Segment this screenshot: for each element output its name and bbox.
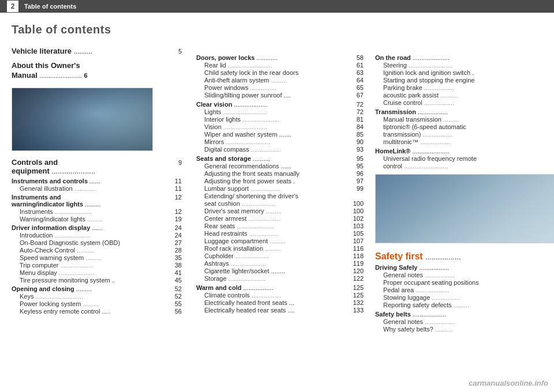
list-item: Center armrest .................. 102 [204,215,364,222]
page-ref: 56 [175,308,182,315]
page-ref: 120 [353,267,364,274]
list-item: Lumbar support ................. 99 [204,185,364,192]
page-ref: 45 [175,277,182,284]
list-item: Universal radio frequency remote [383,155,554,162]
page-ref: 102 [353,215,364,222]
page-ref: 11 [175,178,182,184]
section-label: Instruments and controls ...... [12,178,100,184]
sub-label: Pedal area ................... [383,287,449,293]
page-ref: 96 [357,170,364,177]
page-ref: 52 [175,293,182,300]
list-item: Cigarette lighter/socket ........ 120 [204,267,364,274]
section-label: Driving Safely ................. [375,264,449,271]
list-item: Head restraints ................. 105 [204,230,364,237]
list-item: Vision ......................... 84 [204,123,364,130]
list-item: Clear vision ................... 72 Ligh… [196,101,364,153]
page-ref: 27 [175,239,182,246]
sub-label: Vision ......................... [204,123,267,130]
sub-label: General notes ................. [383,318,455,325]
list-item: Trip computer ................... 38 [20,262,182,269]
sub-label: Cruise control ................. [383,99,454,106]
list-item: Driver's seat memory ......... 100 [204,208,364,214]
list-item: Ignition lock and ignition switch . 135 [383,69,554,76]
list-item: Digital compass ................. 93 [204,146,364,153]
page-ref: 125 [353,284,364,291]
section-label: On the road ..................... [375,54,450,61]
sub-label: tiptronic® (6-speed automatic [383,123,466,130]
list-item: multitronic™ ................. 149 [383,138,554,145]
list-item: Manual transmission ......... 142 [383,116,554,123]
top-bar-title: Table of contents [24,3,76,10]
list-item: Keys ........................... 52 [20,293,182,300]
sub-label: Steering ......................... [383,62,452,69]
page-ref: 9 [178,159,182,166]
page-content: Table of contents Vehicle literature ...… [0,13,554,392]
sub-label: Power locking system ......... [20,300,99,307]
section-label: Driver information display ...... [12,224,103,231]
page-ref: 118 [353,252,364,259]
list-item: Safety belts ................... 176 Gen… [375,311,554,333]
list-item: About this Owner'sManual ...............… [12,61,182,81]
page-ref: 72 [357,101,364,108]
sub-label: Introduction .................... [20,232,90,239]
sub-label: control ......................... [383,163,448,169]
left-column: Table of contents Vehicle literature ...… [12,23,190,386]
sub-label: Driver's seat memory ......... [204,208,282,214]
list-item: Speed warning system ......... 35 [20,254,182,261]
sub-label: Proper occupant seating positions [383,279,479,286]
list-item: Wiper and washer system ....... 85 [204,131,364,138]
page-ref: 55 [175,300,182,307]
page-ref: 90 [357,138,364,145]
list-item: Cruise control ................. 140 [383,99,554,106]
list-item: Climate controls ................. 125 [204,292,364,299]
sub-label: Interior lights ..................... [204,116,279,123]
list-item: Luggage compartment ......... 107 [204,238,364,244]
sub-label: Adjusting the front power seats . [204,178,295,184]
list-item: Tire pressure monitoring system .. 45 [20,277,182,284]
sub-label: Menu display .................... [20,269,94,276]
list-item: Keyless entry remote control ..... 56 [20,308,182,315]
sub-label: Manual transmission ......... [383,116,459,123]
list-item: Why safety belts? .......... 177 [383,326,554,333]
page-ref: 58 [357,54,364,61]
page-ref: 61 [357,62,364,69]
list-item: Instruments ..................... 12 [20,208,182,215]
list-item: transmission) ................. 143 [383,131,554,138]
list-item: Steering ......................... 134 [383,62,554,69]
sub-label: Cigarette lighter/socket ........ [204,267,285,274]
page-number: 2 [7,1,18,12]
list-item: Roof rack installation ......... 116 [204,245,364,252]
list-item: acoustic park assist .......... 139 [383,92,554,99]
list-item: Parking brake ................. 137 [383,84,554,91]
section-label: Controls andequipment ..................… [12,158,95,175]
sub-label: Rear lid ......................... [204,62,272,69]
right-column: On the road ..................... 134 St… [369,23,554,386]
sub-label: Power windows ............... [204,84,276,91]
sub-label: Adjusting the front seats manually [204,170,300,177]
sub-label: Ashtrays .................... [204,260,266,267]
page-ref: 93 [357,146,364,153]
list-item: Safety first ................. 165 [375,248,554,262]
page-ref: 85 [357,131,364,138]
sub-label: Electrically heated front seats ... [204,299,294,306]
list-item: Rear lid ......................... 61 [204,62,364,69]
page-ref: 103 [353,223,364,229]
page-ref: 107 [353,238,364,244]
section-label: Opening and closing ......... [12,285,92,292]
section-label: Warm and cold ................. [196,284,273,291]
page-ref: 122 [353,275,364,282]
page-ref: 72 [357,108,364,115]
list-item: Adjusting the front seats manually 96 [204,170,364,177]
sub-label: Child safety lock in the rear doors [204,69,298,76]
list-item: Opening and closing ......... 52 Keys ..… [12,285,182,315]
section-label: Doors, power locks ............ [196,54,278,61]
page-ref: 28 [175,247,182,254]
list-item: General notes ................. 176 [383,318,554,325]
sub-label: Rear seats ..................... [204,223,274,229]
page-ref: 81 [357,116,364,123]
page-ref: 132 [353,299,364,306]
list-item: Controls andequipment ..................… [12,158,182,175]
sub-label: Universal radio frequency remote [383,155,477,162]
list-item: On the road ..................... 134 St… [375,54,554,106]
list-item: Starting and stopping the engine 136 [383,77,554,84]
